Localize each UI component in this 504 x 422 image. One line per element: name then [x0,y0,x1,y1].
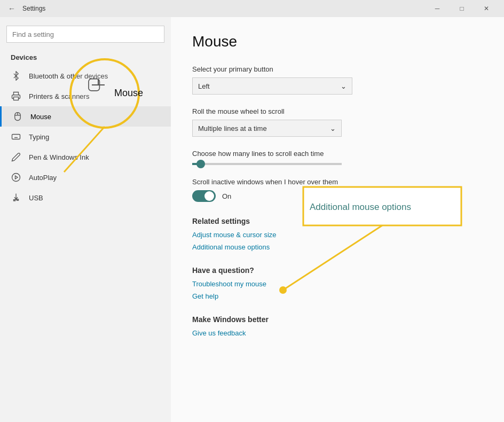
mouse-icon [12,111,23,122]
chevron-down-icon-scroll: ⌄ [330,124,336,132]
scroll-inactive-label: Scroll inactive windows when I hover ove… [192,178,483,186]
titlebar-title: Settings [22,5,45,12]
get-help-link[interactable]: Get help [192,292,483,300]
minimize-button[interactable]: ─ [425,0,450,17]
main-layout: Devices Bluetooth & other devices Printe… [0,17,504,422]
autoplay-icon [11,172,21,183]
scroll-lines-section: Choose how many lines to scroll each tim… [192,150,483,165]
pen-icon [11,152,21,162]
sidebar-item-label-autoplay: AutoPlay [29,174,57,182]
svg-marker-10 [15,176,18,179]
feedback-link[interactable]: Give us feedback [192,329,483,337]
sidebar-item-autoplay[interactable]: AutoPlay [0,167,171,187]
search-input[interactable] [6,26,164,43]
toggle-on-label: On [222,192,231,200]
svg-rect-0 [14,97,19,100]
page-title: Mouse [192,33,483,50]
keyboard-icon [11,131,21,142]
usb-icon [11,192,21,203]
sidebar-item-label-usb: USB [29,194,43,202]
primary-button-value: Left [198,82,210,90]
sidebar-item-bluetooth[interactable]: Bluetooth & other devices [0,66,171,86]
sidebar-item-printers[interactable]: Printers & scanners [0,86,171,106]
windows-better-section: Make Windows better Give us feedback [192,315,483,337]
chevron-down-icon: ⌄ [341,82,346,90]
question-section: Have a question? Troubleshoot my mouse G… [192,266,483,300]
devices-header: Devices [0,51,171,66]
maximize-button[interactable]: □ [450,0,474,17]
additional-mouse-options-link[interactable]: Additional mouse options [192,243,483,251]
troubleshoot-link[interactable]: Troubleshoot my mouse [192,280,483,288]
primary-button-dropdown[interactable]: Left ⌄ [192,77,352,95]
scroll-inactive-toggle-row: On [192,190,483,202]
sidebar-item-label-pen: Pen & Windows Ink [29,153,89,161]
primary-button-label: Select your primary button [192,65,483,73]
question-title: Have a question? [192,266,483,275]
related-settings-title: Related settings [192,217,483,225]
scroll-inactive-section: Scroll inactive windows when I hover ove… [192,178,483,202]
window-controls: ─ □ ✕ [425,0,499,17]
scroll-value: Multiple lines at a time [198,124,267,132]
scroll-lines-label: Choose how many lines to scroll each tim… [192,150,483,158]
scroll-slider-track[interactable] [192,163,342,165]
printer-icon [11,91,21,101]
svg-rect-3 [12,135,20,139]
windows-better-title: Make Windows better [192,315,483,324]
sidebar-item-mouse[interactable]: Mouse [0,106,171,127]
sidebar-item-label-mouse: Mouse [30,113,51,121]
back-icon: ← [8,4,15,13]
svg-point-9 [12,174,20,182]
sidebar-item-usb[interactable]: USB [0,187,171,208]
sidebar-item-label-printers: Printers & scanners [29,92,89,100]
sidebar-item-pen[interactable]: Pen & Windows Ink [0,147,171,167]
back-button[interactable]: ← [5,2,18,15]
bluetooth-icon [11,71,21,81]
sidebar-item-label-bluetooth: Bluetooth & other devices [29,72,108,80]
toggle-knob [204,191,214,201]
sidebar-item-label-typing: Typing [29,133,49,141]
titlebar: ← Settings ─ □ ✕ [0,0,504,17]
search-box [6,26,164,43]
slider-thumb[interactable] [196,160,205,168]
sidebar: Devices Bluetooth & other devices Printe… [0,17,171,422]
scroll-dropdown[interactable]: Multiple lines at a time ⌄ [192,120,342,137]
scroll-inactive-toggle[interactable] [192,190,216,202]
scroll-label: Roll the mouse wheel to scroll [192,107,483,115]
related-settings-section: Related settings Adjust mouse & cursor s… [192,217,483,251]
adjust-cursor-link[interactable]: Adjust mouse & cursor size [192,231,483,239]
content-area: Mouse Select your primary button Left ⌄ … [171,17,504,422]
close-button[interactable]: ✕ [474,0,499,17]
sidebar-item-typing[interactable]: Typing [0,127,171,147]
